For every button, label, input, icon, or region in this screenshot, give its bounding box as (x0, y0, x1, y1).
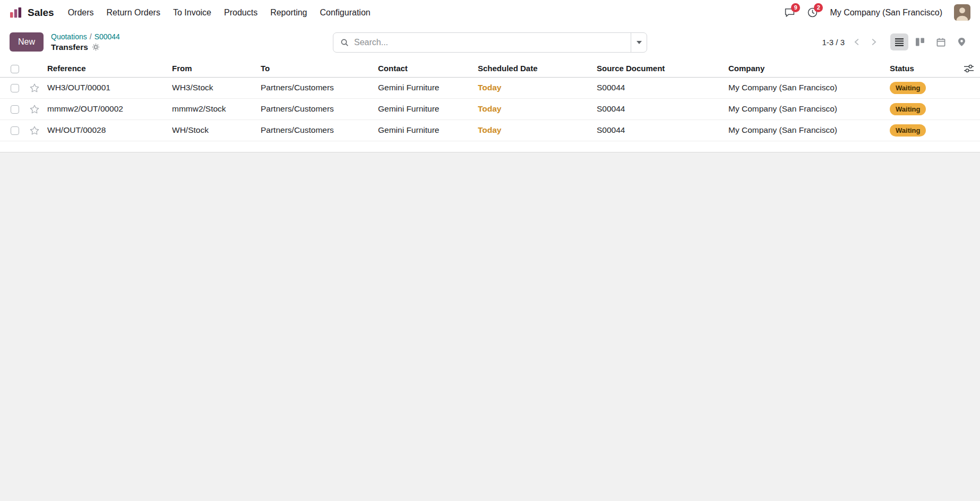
new-button[interactable]: New (10, 32, 44, 52)
search-options-toggle[interactable] (631, 33, 647, 52)
column-header-reference[interactable]: Reference (47, 60, 172, 77)
map-view-button[interactable] (952, 33, 970, 50)
cell-company: My Company (San Francisco) (728, 77, 890, 98)
table-row[interactable]: mmmw2/OUT/00002 mmmw2/Stock Partners/Cus… (0, 98, 980, 120)
column-header-company[interactable]: Company (728, 60, 890, 77)
view-switcher (890, 33, 970, 50)
pager-and-views: 1-3 / 3 (822, 33, 970, 50)
cell-scheduled-date: Today (478, 77, 597, 98)
cell-reference[interactable]: WH/OUT/00028 (47, 120, 172, 141)
transfers-list-view: Reference From To Contact Scheduled Date… (0, 60, 980, 152)
pager-nav (852, 37, 879, 47)
cell-contact: Gemini Furniture (378, 120, 478, 141)
map-view-icon (958, 38, 965, 46)
header-star-spacer (30, 60, 47, 77)
favorite-star-icon[interactable] (30, 83, 39, 92)
row-checkbox[interactable] (11, 105, 19, 114)
menu-products[interactable]: Products (224, 8, 257, 18)
column-header-contact[interactable]: Contact (378, 60, 478, 77)
kanban-view-icon (916, 38, 924, 46)
menu-orders[interactable]: Orders (68, 8, 94, 18)
cell-from: WH/Stock (172, 120, 261, 141)
cell-from: mmmw2/Stock (172, 98, 261, 120)
table-row[interactable]: WH3/OUT/00001 WH3/Stock Partners/Custome… (0, 77, 980, 98)
page-title: Transfers (51, 43, 88, 52)
chevron-right-icon (869, 37, 879, 47)
gear-icon[interactable] (92, 43, 100, 51)
cell-source-document: S00044 (597, 120, 728, 141)
odoo-logo-icon[interactable] (10, 7, 22, 19)
column-header-source-document[interactable]: Source Document (597, 60, 728, 77)
row-checkbox[interactable] (11, 126, 19, 135)
favorite-star-icon[interactable] (30, 105, 39, 114)
cell-status: Waiting (890, 120, 980, 141)
table-header-row: Reference From To Contact Scheduled Date… (0, 60, 980, 77)
breadcrumb-block: Quotations/S00044 Transfers (51, 32, 120, 52)
favorite-star-icon[interactable] (30, 126, 39, 135)
chevron-left-icon (852, 37, 862, 47)
app-name[interactable]: Sales (28, 7, 54, 19)
menu-to-invoice[interactable]: To Invoice (173, 8, 211, 18)
menu-configuration[interactable]: Configuration (320, 8, 371, 18)
pager-previous-button[interactable] (852, 37, 862, 47)
cell-from: WH3/Stock (172, 77, 261, 98)
status-badge: Waiting (890, 103, 926, 115)
navbar-left: Sales Orders Return Orders To Invoice Pr… (10, 7, 371, 19)
column-header-status[interactable]: Status (890, 60, 980, 77)
pager-counter: 1-3 / 3 (822, 38, 845, 47)
list-view-button[interactable] (890, 33, 908, 50)
top-navbar: Sales Orders Return Orders To Invoice Pr… (0, 0, 980, 25)
breadcrumb-s00044-link[interactable]: S00044 (94, 32, 120, 41)
user-avatar[interactable] (954, 4, 970, 21)
cell-to: Partners/Customers (261, 77, 378, 98)
messages-badge: 9 (791, 3, 800, 12)
cell-company: My Company (San Francisco) (728, 120, 890, 141)
caret-down-icon (637, 41, 642, 44)
cell-reference[interactable]: WH3/OUT/00001 (47, 77, 172, 98)
column-header-to[interactable]: To (261, 60, 378, 77)
cell-status: Waiting (890, 77, 980, 98)
column-header-scheduled-date[interactable]: Scheduled Date (478, 60, 597, 77)
app-menu-bar: Orders Return Orders To Invoice Products… (68, 8, 371, 18)
cell-source-document: S00044 (597, 98, 728, 120)
cell-contact: Gemini Furniture (378, 77, 478, 98)
breadcrumb-quotations-link[interactable]: Quotations (51, 32, 87, 41)
status-badge: Waiting (890, 124, 926, 137)
company-switcher[interactable]: My Company (San Francisco) (830, 8, 942, 18)
menu-return-orders[interactable]: Return Orders (107, 8, 160, 18)
calendar-view-icon (936, 38, 945, 47)
search-bar (333, 32, 647, 53)
cell-reference[interactable]: mmmw2/OUT/00002 (47, 98, 172, 120)
cell-source-document: S00044 (597, 77, 728, 98)
row-checkbox[interactable] (11, 84, 19, 92)
navbar-right: 9 2 My Company (San Francisco) (784, 4, 970, 21)
calendar-view-button[interactable] (932, 33, 950, 50)
breadcrumb: Quotations/S00044 (51, 32, 120, 41)
optional-columns-icon[interactable] (964, 64, 974, 73)
column-header-from[interactable]: From (172, 60, 261, 77)
menu-reporting[interactable]: Reporting (270, 8, 307, 18)
list-view-icon (895, 38, 904, 46)
table-row[interactable]: WH/OUT/00028 WH/Stock Partners/Customers… (0, 120, 980, 141)
cell-scheduled-date: Today (478, 120, 597, 141)
select-all-checkbox[interactable] (11, 65, 19, 73)
cell-contact: Gemini Furniture (378, 98, 478, 120)
activities-badge: 2 (814, 3, 823, 12)
cell-status: Waiting (890, 98, 980, 120)
breadcrumb-area: New Quotations/S00044 Transfers (10, 32, 120, 52)
pager-next-button[interactable] (869, 37, 879, 47)
transfers-table: Reference From To Contact Scheduled Date… (0, 60, 980, 141)
cell-to: Partners/Customers (261, 98, 378, 120)
cell-to: Partners/Customers (261, 120, 378, 141)
search-input[interactable] (354, 33, 631, 52)
status-badge: Waiting (890, 82, 926, 94)
kanban-view-button[interactable] (911, 33, 929, 50)
table-footer-space (0, 141, 980, 152)
activities-button[interactable]: 2 (807, 7, 818, 18)
messages-button[interactable]: 9 (784, 7, 795, 18)
control-panel: New Quotations/S00044 Transfers (0, 25, 980, 60)
search-icon (340, 38, 349, 47)
cell-company: My Company (San Francisco) (728, 98, 890, 120)
transfer-table-body: WH3/OUT/00001 WH3/Stock Partners/Custome… (0, 77, 980, 141)
breadcrumb-separator: / (90, 32, 92, 41)
